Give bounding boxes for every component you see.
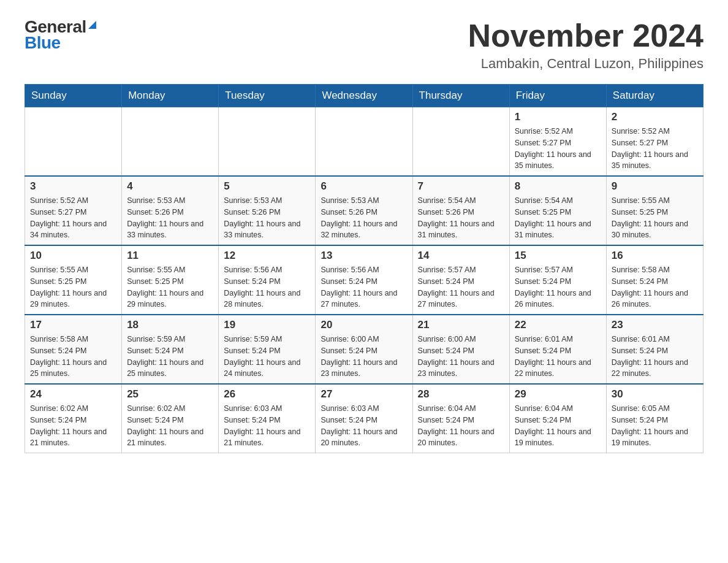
calendar-day-cell: 30Sunrise: 6:05 AMSunset: 5:24 PMDayligh… — [606, 384, 703, 453]
day-info: Sunrise: 5:59 AMSunset: 5:24 PMDaylight:… — [127, 334, 213, 380]
day-number: 22 — [515, 319, 601, 331]
calendar-day-cell — [412, 107, 509, 177]
logo: General Blue — [25, 18, 96, 52]
calendar-day-cell: 17Sunrise: 5:58 AMSunset: 5:24 PMDayligh… — [25, 315, 122, 384]
calendar-day-cell — [219, 107, 316, 177]
day-info: Sunrise: 5:58 AMSunset: 5:24 PMDaylight:… — [612, 264, 698, 310]
day-info: Sunrise: 5:56 AMSunset: 5:24 PMDaylight:… — [224, 264, 310, 310]
day-info: Sunrise: 5:55 AMSunset: 5:25 PMDaylight:… — [127, 264, 213, 310]
calendar-day-cell: 6Sunrise: 5:53 AMSunset: 5:26 PMDaylight… — [316, 176, 412, 245]
day-info: Sunrise: 5:56 AMSunset: 5:24 PMDaylight:… — [320, 264, 407, 310]
calendar-day-cell: 24Sunrise: 6:02 AMSunset: 5:24 PMDayligh… — [25, 384, 122, 453]
day-number: 26 — [224, 388, 310, 400]
calendar-day-cell: 8Sunrise: 5:54 AMSunset: 5:25 PMDaylight… — [509, 176, 606, 245]
day-info: Sunrise: 5:54 AMSunset: 5:26 PMDaylight:… — [418, 195, 504, 241]
day-number: 30 — [612, 388, 698, 400]
calendar-day-cell: 7Sunrise: 5:54 AMSunset: 5:26 PMDaylight… — [412, 176, 509, 245]
day-info: Sunrise: 6:04 AMSunset: 5:24 PMDaylight:… — [418, 403, 504, 449]
day-info: Sunrise: 6:03 AMSunset: 5:24 PMDaylight:… — [224, 403, 310, 449]
calendar-day-cell: 1Sunrise: 5:52 AMSunset: 5:27 PMDaylight… — [509, 107, 606, 177]
day-number: 29 — [515, 388, 601, 400]
day-number: 17 — [30, 319, 116, 331]
calendar-week-row: 17Sunrise: 5:58 AMSunset: 5:24 PMDayligh… — [25, 315, 703, 384]
calendar-day-cell: 2Sunrise: 5:52 AMSunset: 5:27 PMDaylight… — [606, 107, 703, 177]
day-info: Sunrise: 6:00 AMSunset: 5:24 PMDaylight:… — [320, 334, 407, 380]
month-year-title: November 2024 — [468, 18, 703, 53]
calendar-table: SundayMondayTuesdayWednesdayThursdayFrid… — [25, 84, 703, 453]
day-info: Sunrise: 6:02 AMSunset: 5:24 PMDaylight:… — [127, 403, 213, 449]
day-number: 21 — [418, 319, 504, 331]
calendar-day-cell: 9Sunrise: 5:55 AMSunset: 5:25 PMDaylight… — [606, 176, 703, 245]
day-info: Sunrise: 6:02 AMSunset: 5:24 PMDaylight:… — [30, 403, 116, 449]
calendar-week-row: 10Sunrise: 5:55 AMSunset: 5:25 PMDayligh… — [25, 245, 703, 315]
day-number: 13 — [320, 250, 407, 262]
day-info: Sunrise: 5:52 AMSunset: 5:27 PMDaylight:… — [515, 126, 601, 172]
calendar-day-cell: 19Sunrise: 5:59 AMSunset: 5:24 PMDayligh… — [219, 315, 316, 384]
day-number: 24 — [30, 388, 116, 400]
day-info: Sunrise: 5:53 AMSunset: 5:26 PMDaylight:… — [320, 195, 407, 241]
calendar-day-cell: 25Sunrise: 6:02 AMSunset: 5:24 PMDayligh… — [122, 384, 219, 453]
day-number: 8 — [515, 180, 601, 193]
day-number: 12 — [224, 250, 310, 262]
weekday-header-monday: Monday — [122, 85, 219, 107]
day-number: 10 — [30, 250, 116, 262]
day-number: 20 — [320, 319, 407, 331]
calendar-day-cell — [122, 107, 219, 177]
calendar-day-cell: 4Sunrise: 5:53 AMSunset: 5:26 PMDaylight… — [122, 176, 219, 245]
calendar-day-cell — [25, 107, 122, 177]
calendar-day-cell: 27Sunrise: 6:03 AMSunset: 5:24 PMDayligh… — [316, 384, 412, 453]
calendar-day-cell: 16Sunrise: 5:58 AMSunset: 5:24 PMDayligh… — [606, 245, 703, 315]
day-number: 2 — [612, 111, 698, 123]
day-info: Sunrise: 6:04 AMSunset: 5:24 PMDaylight:… — [515, 403, 601, 449]
weekday-header-row: SundayMondayTuesdayWednesdayThursdayFrid… — [25, 85, 703, 107]
calendar-day-cell: 10Sunrise: 5:55 AMSunset: 5:25 PMDayligh… — [25, 245, 122, 315]
weekday-header-tuesday: Tuesday — [219, 85, 316, 107]
day-info: Sunrise: 5:55 AMSunset: 5:25 PMDaylight:… — [30, 264, 116, 310]
weekday-header-thursday: Thursday — [412, 85, 509, 107]
day-number: 5 — [224, 180, 310, 193]
calendar-day-cell: 15Sunrise: 5:57 AMSunset: 5:24 PMDayligh… — [509, 245, 606, 315]
day-info: Sunrise: 5:53 AMSunset: 5:26 PMDaylight:… — [224, 195, 310, 241]
calendar-day-cell: 23Sunrise: 6:01 AMSunset: 5:24 PMDayligh… — [606, 315, 703, 384]
day-number: 23 — [612, 319, 698, 331]
day-info: Sunrise: 5:54 AMSunset: 5:25 PMDaylight:… — [515, 195, 601, 241]
day-info: Sunrise: 6:01 AMSunset: 5:24 PMDaylight:… — [515, 334, 601, 380]
day-info: Sunrise: 6:01 AMSunset: 5:24 PMDaylight:… — [612, 334, 698, 380]
calendar-day-cell: 14Sunrise: 5:57 AMSunset: 5:24 PMDayligh… — [412, 245, 509, 315]
calendar-day-cell: 11Sunrise: 5:55 AMSunset: 5:25 PMDayligh… — [122, 245, 219, 315]
calendar-week-row: 1Sunrise: 5:52 AMSunset: 5:27 PMDaylight… — [25, 107, 703, 177]
day-info: Sunrise: 6:03 AMSunset: 5:24 PMDaylight:… — [320, 403, 407, 449]
day-number: 14 — [418, 250, 504, 262]
day-info: Sunrise: 5:57 AMSunset: 5:24 PMDaylight:… — [418, 264, 504, 310]
weekday-header-wednesday: Wednesday — [316, 85, 412, 107]
calendar-day-cell: 26Sunrise: 6:03 AMSunset: 5:24 PMDayligh… — [219, 384, 316, 453]
day-number: 25 — [127, 388, 213, 400]
calendar-day-cell: 21Sunrise: 6:00 AMSunset: 5:24 PMDayligh… — [412, 315, 509, 384]
day-info: Sunrise: 5:52 AMSunset: 5:27 PMDaylight:… — [30, 195, 116, 241]
calendar-day-cell: 3Sunrise: 5:52 AMSunset: 5:27 PMDaylight… — [25, 176, 122, 245]
logo-blue-text: Blue — [25, 34, 61, 52]
calendar-day-cell: 13Sunrise: 5:56 AMSunset: 5:24 PMDayligh… — [316, 245, 412, 315]
day-info: Sunrise: 6:00 AMSunset: 5:24 PMDaylight:… — [418, 334, 504, 380]
day-number: 6 — [320, 180, 407, 193]
day-info: Sunrise: 5:58 AMSunset: 5:24 PMDaylight:… — [30, 334, 116, 380]
day-number: 27 — [320, 388, 407, 400]
day-info: Sunrise: 5:53 AMSunset: 5:26 PMDaylight:… — [127, 195, 213, 241]
day-number: 16 — [612, 250, 698, 262]
title-block: November 2024 Lambakin, Central Luzon, P… — [468, 18, 703, 72]
weekday-header-sunday: Sunday — [25, 85, 122, 107]
calendar-day-cell: 12Sunrise: 5:56 AMSunset: 5:24 PMDayligh… — [219, 245, 316, 315]
day-number: 15 — [515, 250, 601, 262]
day-number: 9 — [612, 180, 698, 193]
day-info: Sunrise: 5:55 AMSunset: 5:25 PMDaylight:… — [612, 195, 698, 241]
day-info: Sunrise: 5:59 AMSunset: 5:24 PMDaylight:… — [224, 334, 310, 380]
day-info: Sunrise: 5:52 AMSunset: 5:27 PMDaylight:… — [612, 126, 698, 172]
calendar-week-row: 24Sunrise: 6:02 AMSunset: 5:24 PMDayligh… — [25, 384, 703, 453]
weekday-header-friday: Friday — [509, 85, 606, 107]
weekday-header-saturday: Saturday — [606, 85, 703, 107]
calendar-day-cell — [316, 107, 412, 177]
day-number: 28 — [418, 388, 504, 400]
calendar-day-cell: 20Sunrise: 6:00 AMSunset: 5:24 PMDayligh… — [316, 315, 412, 384]
day-number: 19 — [224, 319, 310, 331]
day-number: 18 — [127, 319, 213, 331]
